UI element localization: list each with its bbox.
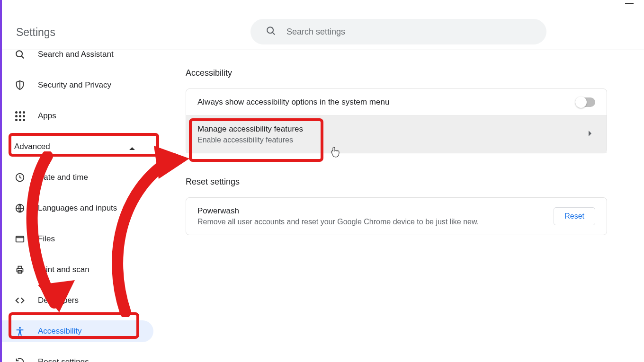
accessibility-icon <box>14 326 26 337</box>
header: Settings <box>2 0 644 49</box>
search-input[interactable] <box>286 27 514 37</box>
search-box[interactable] <box>250 19 546 44</box>
sidebar-item-apps[interactable]: Apps <box>2 105 163 127</box>
sidebar-advanced-toggle[interactable]: Advanced <box>2 136 150 158</box>
code-icon <box>14 295 26 306</box>
search-icon <box>266 26 276 38</box>
svg-line-1 <box>273 33 275 35</box>
sidebar-item-security-privacy[interactable]: Security and Privacy <box>2 74 163 96</box>
sidebar-item-label: Languages and inputs <box>38 203 117 213</box>
accessibility-card: Always show accessibility options in the… <box>186 88 607 153</box>
clock-icon <box>14 172 26 183</box>
main-content: Accessibility Always show accessibility … <box>186 49 607 235</box>
sidebar-item-label: Security and Privacy <box>38 80 111 90</box>
row-always-show-accessibility[interactable]: Always show accessibility options in the… <box>186 89 607 115</box>
sidebar-item-label: Search and Assistant <box>38 50 114 59</box>
chevron-right-icon <box>588 130 592 139</box>
row-label: Always show accessibility options in the… <box>197 97 389 107</box>
sidebar-item-print-scan[interactable]: Print and scan <box>2 259 163 281</box>
sidebar-item-label: Apps <box>38 111 56 121</box>
folder-icon <box>14 233 26 245</box>
svg-point-0 <box>267 27 273 33</box>
sidebar-item-label: Print and scan <box>38 265 89 274</box>
row-sublabel: Enable accessibility features <box>197 136 303 144</box>
row-sublabel: Remove all user accounts and reset your … <box>197 218 479 226</box>
row-powerwash: Powerwash Remove all user accounts and r… <box>186 198 607 235</box>
row-manage-accessibility[interactable]: Manage accessibility features Enable acc… <box>186 115 607 153</box>
sidebar-item-label: Files <box>38 234 55 244</box>
sidebar-item-files[interactable]: Files <box>2 228 163 250</box>
sidebar: Search and Assistant Security and Privac… <box>2 44 163 362</box>
sidebar-item-search-assistant[interactable]: Search and Assistant <box>2 44 163 65</box>
sidebar-item-accessibility[interactable]: Accessibility <box>2 320 153 342</box>
svg-rect-6 <box>16 237 24 242</box>
toggle-knob <box>575 97 587 108</box>
globe-icon <box>14 203 26 214</box>
row-label: Powerwash <box>197 206 479 216</box>
svg-line-3 <box>22 56 24 59</box>
printer-icon <box>14 264 26 275</box>
sidebar-item-label: Reset settings <box>38 357 89 362</box>
sidebar-item-label: Accessibility <box>38 327 82 336</box>
search-icon <box>14 49 26 60</box>
sidebar-item-developers[interactable]: Developers <box>2 290 163 311</box>
sidebar-item-reset-settings[interactable]: Reset settings <box>2 351 163 362</box>
svg-rect-8 <box>18 266 21 269</box>
sidebar-item-languages[interactable]: Languages and inputs <box>2 197 163 219</box>
section-title-accessibility: Accessibility <box>186 68 607 78</box>
reset-icon <box>14 356 26 362</box>
section-title-reset: Reset settings <box>186 177 607 187</box>
sidebar-item-label: Date and time <box>38 173 88 182</box>
reset-button[interactable]: Reset <box>554 207 595 225</box>
toggle-always-show-accessibility[interactable] <box>575 97 595 107</box>
advanced-label: Advanced <box>14 142 50 151</box>
row-label: Manage accessibility features <box>197 124 303 134</box>
page-title: Settings <box>16 26 55 39</box>
sidebar-item-date-time[interactable]: Date and time <box>2 167 163 188</box>
sidebar-item-label: Developers <box>38 296 79 305</box>
apps-icon <box>14 110 26 122</box>
chevron-up-icon <box>129 144 135 153</box>
svg-point-10 <box>19 327 21 329</box>
svg-point-2 <box>16 51 22 57</box>
shield-icon <box>14 79 26 91</box>
window-minimize-button[interactable] <box>625 3 634 4</box>
reset-card: Powerwash Remove all user accounts and r… <box>186 197 607 235</box>
